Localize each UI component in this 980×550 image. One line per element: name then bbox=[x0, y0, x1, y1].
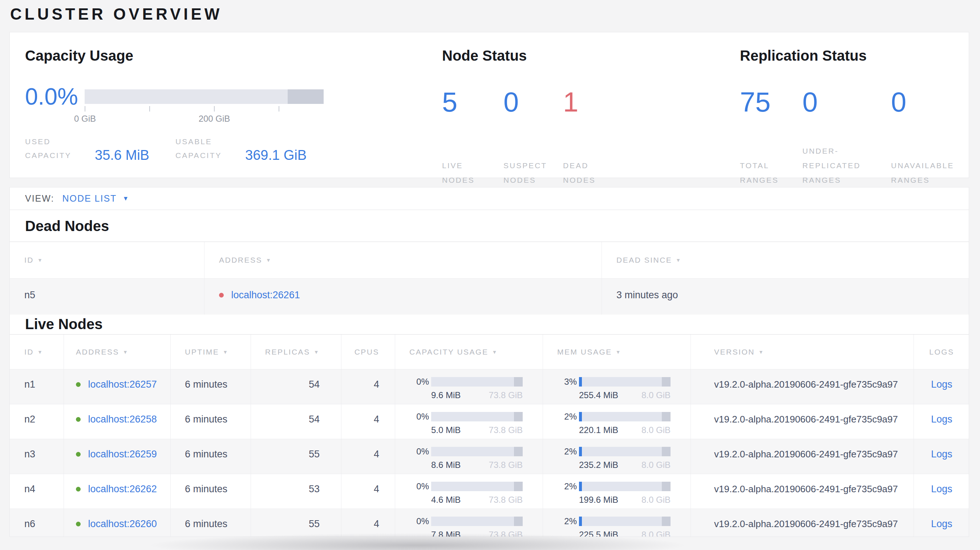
sort-arrow-icon: ▼ bbox=[676, 257, 681, 263]
mem-usage-bar bbox=[579, 517, 671, 526]
view-bar: VIEW: NODE LIST ▼ bbox=[10, 187, 969, 210]
node-cpus: 4 bbox=[341, 404, 395, 439]
capacity-total: 73.8 GiB bbox=[489, 530, 523, 537]
node-logs-cell: Logs bbox=[913, 509, 969, 537]
live-nodes-count: 5 bbox=[442, 88, 457, 116]
dead-node-address-link[interactable]: localhost:26261 bbox=[231, 289, 300, 300]
mem-used: 199.6 MiB bbox=[579, 495, 618, 505]
node-version: v19.2.0-alpha.20190606-2491-gfe735c9a97 bbox=[690, 404, 913, 439]
node-capacity-usage: 0% 9.6 MiB 73.8 GiB bbox=[395, 369, 542, 404]
node-address-link[interactable]: localhost:26260 bbox=[88, 518, 157, 529]
suspect-nodes-count: 0 bbox=[503, 88, 519, 116]
live-col-uptime-label: UPTIME bbox=[185, 348, 219, 356]
live-col-capacity[interactable]: CAPACITY USAGE ▼ bbox=[395, 335, 542, 369]
capacity-percent: 0.0% bbox=[25, 83, 78, 110]
capacity-pct: 0% bbox=[409, 481, 429, 491]
bar-fill bbox=[579, 447, 582, 456]
node-cpus: 4 bbox=[341, 439, 395, 474]
node-id: n2 bbox=[10, 404, 64, 439]
node-address-link[interactable]: localhost:26262 bbox=[88, 483, 157, 494]
mem-pct: 3% bbox=[557, 377, 577, 387]
bar-tail bbox=[514, 412, 523, 421]
capacity-total: 73.8 GiB bbox=[489, 390, 523, 401]
node-replicas: 53 bbox=[251, 474, 341, 509]
capacity-pct: 0% bbox=[409, 412, 429, 422]
capacity-usage-bar bbox=[431, 377, 523, 386]
live-col-address[interactable]: ADDRESS ▼ bbox=[64, 335, 170, 369]
node-mem-usage: 2% 225.5 MiB 8.0 GiB bbox=[542, 509, 690, 537]
node-uptime: 6 minutes bbox=[170, 509, 251, 537]
node-id: n4 bbox=[10, 474, 64, 509]
capacity-used: 5.0 MiB bbox=[431, 425, 461, 435]
total-ranges-count: 75 bbox=[740, 88, 771, 116]
node-address-link[interactable]: localhost:26257 bbox=[88, 379, 157, 390]
logs-link[interactable]: Logs bbox=[931, 379, 952, 390]
live-col-mem-label: MEM USAGE bbox=[557, 348, 612, 356]
logs-link[interactable]: Logs bbox=[931, 518, 952, 529]
dead-col-dead-since-label: DEAD SINCE bbox=[616, 256, 672, 264]
logs-link[interactable]: Logs bbox=[931, 449, 952, 459]
node-replicas: 55 bbox=[251, 439, 341, 474]
capacity-pct: 0% bbox=[409, 447, 429, 457]
live-col-mem[interactable]: MEM USAGE ▼ bbox=[542, 335, 690, 369]
mem-used: 225.5 MiB bbox=[579, 530, 618, 537]
cluster-overview-page: CLUSTER OVERVIEW Capacity Usage 0.0% 0 G… bbox=[0, 0, 980, 550]
mem-usage-bar bbox=[579, 447, 671, 456]
total-ranges-label: TOTAL RANGES bbox=[740, 158, 791, 188]
dead-nodes-stat: 1 DEAD NODES bbox=[563, 48, 614, 188]
used-capacity-value: 35.6 MiB bbox=[95, 148, 149, 162]
mem-total: 8.0 GiB bbox=[641, 390, 671, 401]
bar-tail bbox=[662, 412, 671, 421]
axis-tick bbox=[278, 106, 279, 111]
unavailable-ranges-label: UNAVAILABLE RANGES bbox=[891, 158, 975, 188]
node-id: n6 bbox=[10, 509, 64, 537]
live-col-uptime[interactable]: UPTIME ▼ bbox=[170, 335, 251, 369]
node-capacity-usage: 0% 7.8 MiB 73.8 GiB bbox=[395, 509, 542, 537]
mem-pct: 2% bbox=[557, 516, 577, 526]
bar-fill bbox=[579, 517, 582, 526]
live-col-capacity-label: CAPACITY USAGE bbox=[409, 348, 488, 356]
dead-nodes-label: DEAD NODES bbox=[563, 158, 610, 188]
live-col-version[interactable]: VERSION ▼ bbox=[690, 335, 913, 369]
under-replicated-stat: 0 UNDER-REPLICATED RANGES bbox=[802, 48, 879, 188]
usable-capacity-value: 369.1 GiB bbox=[245, 148, 307, 162]
dead-col-dead-since[interactable]: DEAD SINCE ▼ bbox=[601, 242, 969, 278]
node-version: v19.2.0-alpha.20190606-2491-gfe735c9a97 bbox=[690, 369, 913, 404]
used-capacity-label: USED CAPACITY bbox=[25, 135, 85, 162]
capacity-total: 73.8 GiB bbox=[489, 495, 523, 505]
sort-arrow-icon: ▼ bbox=[37, 349, 43, 355]
capacity-usage-bar bbox=[431, 482, 523, 491]
live-nodes-stat: 5 LIVE NODES bbox=[442, 48, 493, 188]
live-col-id-label: ID bbox=[24, 348, 34, 356]
mem-used: 255.4 MiB bbox=[579, 390, 618, 401]
capacity-usage-bar bbox=[431, 517, 523, 526]
dead-node-dead-since: 3 minutes ago bbox=[601, 279, 969, 315]
node-address-link[interactable]: localhost:26259 bbox=[88, 449, 157, 459]
node-id: n1 bbox=[10, 369, 64, 404]
capacity-used: 7.8 MiB bbox=[431, 530, 461, 537]
dead-nodes-section-title: Dead Nodes bbox=[25, 218, 109, 234]
live-status-dot-icon bbox=[76, 452, 81, 457]
logs-link[interactable]: Logs bbox=[931, 483, 952, 494]
live-col-id[interactable]: ID ▼ bbox=[10, 335, 64, 369]
node-logs-cell: Logs bbox=[913, 404, 969, 439]
sort-arrow-icon: ▼ bbox=[37, 257, 43, 263]
node-address-link[interactable]: localhost:26258 bbox=[88, 414, 157, 424]
mem-usage-bar bbox=[579, 377, 671, 386]
bar-fill bbox=[579, 482, 582, 491]
view-select-dropdown[interactable]: NODE LIST ▼ bbox=[62, 193, 129, 204]
sort-arrow-icon: ▼ bbox=[314, 349, 320, 355]
node-list-panel: Dead Nodes ID ▼ ADDRESS ▼ DEAD SINCE ▼ n… bbox=[10, 210, 969, 537]
node-uptime: 6 minutes bbox=[170, 474, 251, 509]
capacity-usage-title: Capacity Usage bbox=[25, 48, 133, 64]
dead-col-address[interactable]: ADDRESS ▼ bbox=[204, 242, 601, 278]
live-col-version-label: VERSION bbox=[714, 348, 755, 356]
live-col-cpus[interactable]: CPUS bbox=[341, 335, 395, 369]
dead-col-id[interactable]: ID ▼ bbox=[10, 242, 204, 278]
sort-arrow-icon: ▼ bbox=[266, 257, 272, 263]
bar-tail bbox=[662, 447, 671, 456]
live-col-replicas[interactable]: REPLICAS ▼ bbox=[251, 335, 341, 369]
node-version: v19.2.0-alpha.20190606-2491-gfe735c9a97 bbox=[690, 439, 913, 474]
node-mem-usage: 3% 255.4 MiB 8.0 GiB bbox=[542, 369, 690, 404]
logs-link[interactable]: Logs bbox=[931, 414, 952, 424]
